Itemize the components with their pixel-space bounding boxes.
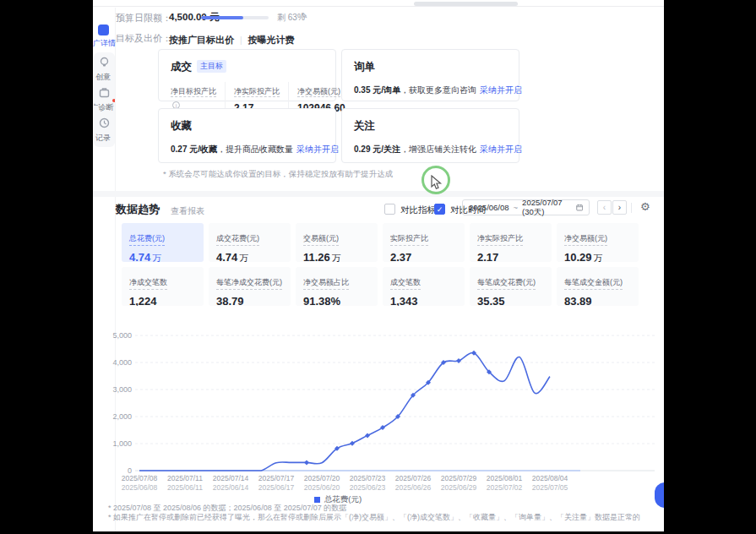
budget-progress-fill xyxy=(201,16,243,19)
x-axis-tick-current: 2025/07/08 xyxy=(122,474,158,482)
follow-card-title: 关注 xyxy=(354,119,375,134)
goal-card-inquiry: 询单 0.35 元/询单，获取更多意向咨询采纳并开启 xyxy=(341,49,519,101)
y-axis-tick-label: 4,000 xyxy=(112,358,132,367)
goal-note: * 系统会尽可能达成你设置的目标，保持稳定投放有助于提升达成 xyxy=(163,169,393,180)
metric-tile[interactable]: 总花费(元) 4.74万 0.00 xyxy=(122,223,204,262)
metric-tile[interactable]: 净成交笔数 1,224 0 xyxy=(122,267,204,306)
x-axis-tick-current: 2025/07/20 xyxy=(304,474,340,482)
goal-bidding-options: 按推广目标出价|按曝光计费 xyxy=(169,31,295,46)
goal-bidding-label: 目标及出价： xyxy=(116,32,171,45)
clock-icon xyxy=(99,117,110,128)
budget-label: 预算日限额： xyxy=(116,12,171,25)
x-axis-tick-current: 2025/07/29 xyxy=(441,474,477,482)
compare-metric-checkbox[interactable] xyxy=(384,204,395,215)
x-axis-tick-current: 2025/08/01 xyxy=(487,474,523,482)
option-bid-by-goal[interactable]: 按推广目标出价 xyxy=(169,35,234,45)
compare-time-checkbox[interactable]: ✓ xyxy=(434,204,445,215)
section-divider xyxy=(93,191,664,197)
adopt-enable-link[interactable]: 采纳并开启 xyxy=(480,144,522,154)
app-window: 广详情 创意 广诊断 记录 预算日限额： 4,500.00 元 xyxy=(93,0,664,531)
floating-action-button[interactable] xyxy=(655,482,664,508)
metric-tile[interactable]: 每笔成交金额(元) 83.89 0.00 xyxy=(557,267,639,306)
metric-tile[interactable]: 成交笔数 1,343 0 xyxy=(383,267,465,306)
inquiry-card-title: 询单 xyxy=(354,60,375,74)
favorite-card-title: 收藏 xyxy=(171,119,192,134)
budget-edit-icon[interactable]: ✎ xyxy=(301,11,307,20)
view-report-link[interactable]: 查看报表 xyxy=(171,205,204,217)
data-point-marker[interactable] xyxy=(304,460,309,465)
diagnose-icon xyxy=(99,87,110,98)
date-start: 2025/06/08 xyxy=(469,203,509,212)
legend-swatch xyxy=(314,497,320,503)
goal-card-deal: 成交主目标 净目标投产比i 2.45 ✎ 净实际投产比 2.17 净交易额(元)… xyxy=(158,49,336,101)
adopt-enable-link[interactable]: 采纳并开启 xyxy=(296,144,339,154)
metric-tile[interactable]: 净交易额(元) 10.29万 0.00 xyxy=(557,223,639,262)
next-period-button[interactable]: › xyxy=(612,200,627,215)
trend-section-title: 数据趋势 xyxy=(116,202,160,217)
x-axis-tick-compare: 2025/06/20 xyxy=(304,483,340,492)
metric-tiles: 总花费(元) 4.74万 0.00 成交花费(元) 4.74万 0.00 交易额… xyxy=(122,223,639,306)
y-axis-tick-label: 3,000 xyxy=(112,385,132,394)
screen: 广详情 创意 广诊断 记录 预算日限额： 4,500.00 元 xyxy=(0,0,756,534)
metric-tile[interactable]: 实际投产比 2.37 0.00 xyxy=(383,223,465,262)
metric-tile[interactable]: 交易额(元) 11.26万 0.00 xyxy=(296,223,378,262)
x-axis-tick-current: 2025/07/23 xyxy=(350,474,386,482)
x-axis-tick-compare: 2025/06/26 xyxy=(395,483,432,492)
data-point-marker[interactable] xyxy=(350,441,355,446)
goal-card-favorite: 收藏 0.27 元/收藏，提升商品收藏数量采纳并开启 xyxy=(158,108,336,163)
x-axis-tick-current: 2025/07/11 xyxy=(167,474,203,482)
date-end: 2025/07/07 (30天) xyxy=(522,198,571,218)
option-bid-by-impression[interactable]: 按曝光计费 xyxy=(248,35,295,45)
metric-tile[interactable]: 每笔净成交花费(元) 38.79 0.00 xyxy=(209,267,291,306)
x-axis-tick-compare: 2025/06/17 xyxy=(258,483,295,492)
y-axis-tick-label: 1,000 xyxy=(112,439,132,448)
promo-detail-icon[interactable] xyxy=(98,25,109,35)
x-axis-tick-current: 2025/08/04 xyxy=(532,474,568,482)
y-axis-tick-label: 5,000 xyxy=(112,331,132,340)
calendar-icon xyxy=(576,203,583,212)
x-axis-tick-compare: 2025/07/05 xyxy=(532,483,568,492)
date-separator: ~ xyxy=(514,203,519,212)
x-axis-tick-compare: 2025/06/23 xyxy=(350,483,386,492)
sidebar-item-history[interactable]: 记录 xyxy=(94,117,115,144)
settings-icon[interactable]: ⚙ xyxy=(640,200,650,213)
toolbar-divider xyxy=(631,203,632,213)
x-axis-tick-compare: 2025/06/08 xyxy=(122,483,158,492)
date-range-picker[interactable]: 2025/06/08 ~ 2025/07/07 (30天) xyxy=(462,199,590,215)
top-scrollbar-thumb[interactable] xyxy=(414,2,518,6)
compare-metric-label: 对比指标 xyxy=(400,204,436,216)
x-axis-tick-compare: 2025/07/02 xyxy=(487,483,523,492)
deal-card-title: 成交 xyxy=(171,60,192,74)
metric-tile[interactable]: 成交花费(元) 4.74万 0.00 xyxy=(209,223,291,262)
primary-goal-badge: 主目标 xyxy=(197,60,226,73)
x-axis-tick-compare: 2025/06/29 xyxy=(441,483,477,492)
adopt-enable-link[interactable]: 采纳并开启 xyxy=(480,85,522,95)
x-axis-tick-current: 2025/07/26 xyxy=(395,474,432,482)
x-axis-tick-compare: 2025/06/14 xyxy=(213,483,249,492)
alert-dot xyxy=(112,99,115,102)
x-axis-tick-current: 2025/07/17 xyxy=(258,474,295,482)
top-bar xyxy=(93,0,664,7)
sidebar-group: 创意 广诊断 记录 xyxy=(94,52,115,147)
metric-tile[interactable]: 净实际投产比 2.17 0.00 xyxy=(470,223,552,262)
metric-tile[interactable]: 净交易额占比 91.38% 0.00% xyxy=(296,267,378,306)
sidebar-item-diagnose[interactable]: 广诊断 xyxy=(94,87,115,113)
mouse-cursor xyxy=(431,175,443,190)
budget-progress-bar xyxy=(201,16,269,19)
bulb-icon xyxy=(99,57,110,68)
metric-tile[interactable]: 每笔成交花费(元) 35.35 0.00 xyxy=(470,267,552,306)
option-divider: | xyxy=(234,35,248,45)
prev-period-button[interactable]: ‹ xyxy=(597,200,612,215)
sidebar-item-creative[interactable]: 创意 xyxy=(94,57,115,83)
trend-chart: 01,0002,0003,0004,0005,0002025/07/082025… xyxy=(110,328,659,501)
data-point-marker[interactable] xyxy=(365,433,370,438)
sidebar-item-promo-detail[interactable]: 广详情 xyxy=(93,38,116,49)
x-axis-tick-compare: 2025/06/11 xyxy=(167,483,203,492)
goal-card-follow: 关注 0.29 元/关注，增强店铺关注转化采纳并开启 xyxy=(341,108,519,163)
chart-footnote-2: * 如果推广在暂停或删除前已经获得了曝光，那么在暂停或删除后展示「(净)交易额」… xyxy=(108,512,640,523)
y-axis-tick-label: 2,000 xyxy=(112,412,132,421)
x-axis-tick-current: 2025/07/14 xyxy=(213,474,249,482)
